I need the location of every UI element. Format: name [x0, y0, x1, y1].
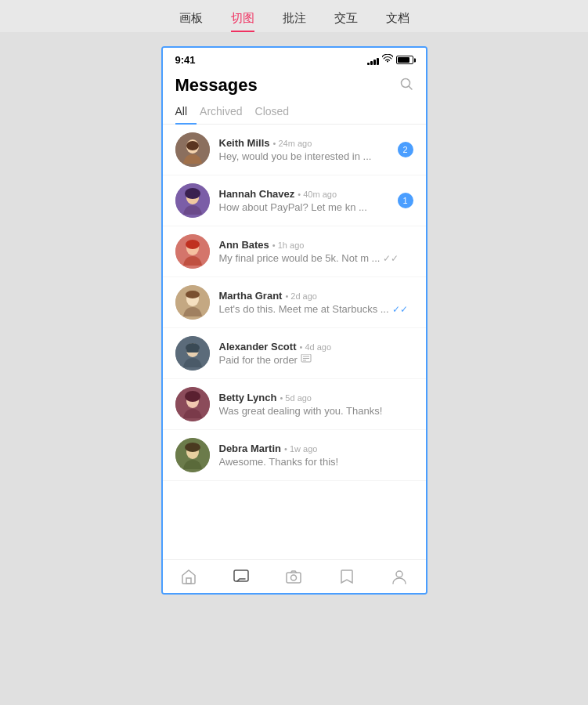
toolbar-item-qietu[interactable]: 切图	[231, 11, 254, 32]
message-meta: Alexander Scott • 4d ago	[219, 341, 413, 352]
tab-all[interactable]: All	[175, 99, 197, 124]
message-preview: Paid for the order	[219, 354, 413, 366]
svg-point-4	[186, 141, 199, 150]
message-meta: Keith Mills • 24m ago	[219, 137, 395, 149]
message-meta: Hannah Chavez • 40m ago	[219, 188, 395, 200]
toolbar-item-huaban[interactable]: 画板	[179, 11, 203, 32]
sender-name: Ann Bates	[219, 239, 269, 251]
svg-line-1	[409, 86, 412, 89]
search-button[interactable]	[399, 77, 413, 95]
nav-bookmark[interactable]	[338, 568, 355, 585]
list-item[interactable]: Keith Mills • 24m ago Hey, would you be …	[163, 125, 426, 175]
message-preview: Let's do this. Meet me at Starbucks ... …	[219, 303, 413, 315]
sender-name: Betty Lynch	[219, 392, 277, 403]
message-preview: How about PayPal? Let me kn ...	[219, 201, 395, 213]
list-item[interactable]: Ann Bates • 1h ago My final price would …	[163, 226, 426, 277]
list-item[interactable]: Hannah Chavez • 40m ago How about PayPal…	[163, 175, 426, 226]
message-meta: Betty Lynch • 5d ago	[219, 392, 413, 403]
svg-rect-30	[186, 578, 191, 584]
wifi-icon	[382, 54, 393, 66]
double-check-blue-icon: ✓✓	[392, 304, 408, 315]
battery-icon	[396, 56, 413, 64]
message-time: • 24m ago	[273, 139, 312, 148]
toolbar-item-jiaohu[interactable]: 交互	[334, 11, 358, 32]
avatar	[175, 183, 210, 218]
message-preview: My final price would be 5k. Not m ... ✓✓	[219, 252, 413, 264]
message-list: Keith Mills • 24m ago Hey, would you be …	[163, 125, 426, 559]
app-title: Messages	[175, 75, 258, 96]
nav-profile[interactable]	[391, 568, 408, 585]
bottom-nav	[163, 559, 426, 593]
message-content: Martha Grant • 2d ago Let's do this. Mee…	[219, 290, 413, 315]
app-header: Messages	[163, 69, 426, 99]
svg-rect-31	[234, 570, 248, 581]
svg-point-0	[401, 78, 409, 87]
sender-name: Martha Grant	[219, 290, 283, 302]
sender-name: Debra Martin	[219, 443, 281, 454]
nav-home[interactable]	[180, 568, 197, 585]
message-preview: Awesome. Thanks for this!	[219, 456, 413, 468]
tab-closed[interactable]: Closed	[255, 99, 299, 124]
toolbar-item-wendang[interactable]: 文档	[386, 11, 409, 32]
message-content: Betty Lynch • 5d ago Was great dealing w…	[219, 392, 413, 417]
sender-name: Hannah Chavez	[219, 188, 295, 200]
message-time: • 5d ago	[280, 393, 312, 403]
svg-rect-19	[186, 349, 199, 352]
message-time: • 1w ago	[284, 444, 317, 454]
status-icons	[367, 54, 413, 66]
message-content: Alexander Scott • 4d ago Paid for the or…	[219, 341, 413, 366]
message-content: Hannah Chavez • 40m ago How about PayPal…	[219, 188, 395, 213]
list-item[interactable]: Debra Martin • 1w ago Awesome. Thanks fo…	[163, 430, 426, 481]
svg-point-33	[291, 575, 297, 580]
message-time: • 40m ago	[298, 190, 337, 199]
svg-point-29	[185, 443, 200, 452]
avatar	[175, 132, 210, 167]
message-preview: Hey, would you be interested in ...	[219, 150, 395, 162]
unread-badge: 2	[398, 142, 413, 157]
message-time: • 4d ago	[299, 342, 331, 352]
toolbar: 画板 切图 批注 交互 文档	[0, 0, 588, 32]
svg-rect-32	[287, 573, 301, 583]
receipt-icon	[301, 354, 312, 366]
status-bar: 9:41	[163, 48, 426, 69]
avatar	[175, 234, 210, 269]
message-meta: Martha Grant • 2d ago	[219, 290, 413, 302]
nav-camera[interactable]	[285, 568, 302, 585]
double-check-icon: ✓✓	[383, 253, 399, 264]
sender-name: Alexander Scott	[219, 341, 297, 352]
signal-bars-icon	[367, 56, 379, 65]
message-time: • 1h ago	[272, 240, 305, 250]
svg-point-15	[186, 291, 200, 298]
message-time: • 2d ago	[285, 291, 317, 301]
status-time: 9:41	[175, 54, 196, 66]
unread-badge: 1	[398, 193, 413, 208]
avatar	[175, 285, 210, 320]
tabs-container: All Archived Closed	[163, 99, 426, 125]
sender-name: Keith Mills	[219, 137, 270, 149]
svg-point-26	[185, 391, 200, 402]
message-content: Ann Bates • 1h ago My final price would …	[219, 239, 413, 264]
phone-frame: 9:41 Messages	[161, 46, 427, 595]
svg-point-8	[186, 190, 191, 198]
svg-point-34	[396, 571, 402, 577]
avatar	[175, 336, 210, 371]
list-item[interactable]: Betty Lynch • 5d ago Was great dealing w…	[163, 379, 426, 430]
tab-archived[interactable]: Archived	[200, 99, 251, 124]
avatar	[175, 387, 210, 421]
message-meta: Debra Martin • 1w ago	[219, 443, 413, 454]
list-item[interactable]: Martha Grant • 2d ago Let's do this. Mee…	[163, 277, 426, 328]
avatar	[175, 438, 210, 472]
toolbar-item-pizhu[interactable]: 批注	[283, 11, 306, 32]
svg-point-12	[186, 240, 200, 249]
message-content: Keith Mills • 24m ago Hey, would you be …	[219, 137, 395, 162]
list-item[interactable]: Alexander Scott • 4d ago Paid for the or…	[163, 328, 426, 379]
message-content: Debra Martin • 1w ago Awesome. Thanks fo…	[219, 443, 413, 468]
svg-point-9	[194, 190, 199, 198]
message-meta: Ann Bates • 1h ago	[219, 239, 413, 251]
message-preview: Was great dealing with you. Thanks!	[219, 405, 413, 417]
nav-messages[interactable]	[233, 568, 250, 585]
